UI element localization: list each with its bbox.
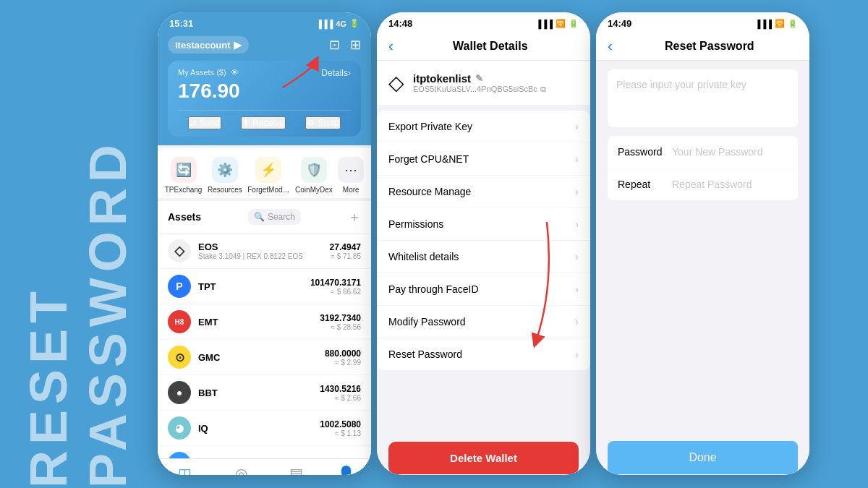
account-row: itestaccount ▶ ⊡ ⊞ [168, 36, 361, 53]
search-bar[interactable]: 🔍 Search [248, 209, 301, 225]
resources-icon: ⚙️ [212, 157, 238, 183]
forget-cpu-net[interactable]: Forget CPU&NET › [377, 143, 590, 176]
asset-row-tpt[interactable]: P TPT 101470.3171 ≈ $ 66.62 [158, 269, 371, 304]
eos-info: EOS Stake 3.1049 | REX 0.8122 EOS [198, 241, 330, 260]
time-2: 14:48 [388, 18, 412, 29]
iq-logo: ◕ [168, 416, 191, 440]
account-pill[interactable]: itestaccount ▶ [168, 36, 249, 53]
assets-section: Assets 🔍 Search ＋ ◇ EOS Stake 3.1049 | R… [158, 201, 371, 458]
asset-row-iq[interactable]: ◕ IQ 1002.5080 ≈ $ 1.13 [158, 411, 371, 446]
wallet-info: ◇ itptokenlist ✎ EOS5tKuUaSLV...4PnQBG5s… [377, 61, 590, 105]
phone2-content: ‹ Wallet Details ◇ itptokenlist ✎ EOS5tK… [377, 32, 590, 475]
asset-row-emt[interactable]: H8 EMT 3192.7340 ≈ $ 28.56 [158, 304, 371, 340]
bottom-nav: ◫ Assets ◎ Discover ▤ News 👤 Me [158, 458, 371, 475]
quick-item-tpexchang[interactable]: 🔄 TPExchang [165, 157, 203, 194]
eye-icon[interactable]: 👁 [231, 68, 239, 77]
bg-title: RESET PASSWORD [19, 0, 137, 488]
phone3-content: ‹ Reset Password Please input your priva… [596, 32, 809, 475]
emt-amounts: 3192.7340 ≈ $ 28.56 [320, 313, 361, 331]
receive-icon: ⬇ [242, 118, 250, 128]
asset-row-bbt[interactable]: ● BBT 1430.5216 ≈ $ 2.66 [158, 375, 371, 411]
back-button-2[interactable]: ‹ [388, 38, 393, 54]
repeat-row: Repeat Repeat Password [608, 168, 798, 200]
receive-button[interactable]: ⬇ Receive [241, 116, 285, 129]
delete-wallet-button[interactable]: Delete Wallet [388, 442, 579, 474]
emt-info: EMT [198, 317, 320, 328]
assets-nav-icon: ◫ [178, 465, 192, 475]
battery-icon-2: 🔋 [569, 19, 579, 28]
wifi-3-icon: 🛜 [775, 19, 785, 28]
back-button-3[interactable]: ‹ [608, 38, 613, 54]
eos-amounts: 27.4947 ≈ $ 71.85 [330, 242, 361, 260]
quick-menu: 🔄 TPExchang ⚙️ Resources ⚡ ForgetMod… 🛡️… [158, 148, 371, 198]
quick-item-more[interactable]: ⋯ More [338, 157, 364, 194]
quick-item-coinmydex[interactable]: 🛡️ CoinMyDex [295, 157, 333, 194]
export-private-key[interactable]: Export Private Key › [377, 111, 590, 143]
swap-icon: ♻ [307, 118, 315, 128]
chevron-icon-resource: › [575, 186, 579, 197]
gmc-amounts: 880.0000 ≈ $ 2.99 [325, 348, 361, 367]
signal-bars-3-icon: ▐▐▐ [755, 20, 772, 28]
battery-icon: 🔋 [349, 19, 359, 28]
wallet-menu: Export Private Key › Forget CPU&NET › Re… [377, 111, 590, 370]
asset-row-gmc[interactable]: ⊙ GMC 880.0000 ≈ $ 2.99 [158, 340, 371, 375]
asset-row-eos[interactable]: ◇ EOS Stake 3.1049 | REX 0.8122 EOS 27.4… [158, 234, 371, 269]
nav-assets[interactable]: ◫ Assets [174, 465, 195, 475]
chevron-right-icon: › [348, 68, 351, 78]
reset-password[interactable]: Reset Password › [377, 338, 590, 370]
permissions[interactable]: Permissions › [377, 208, 590, 241]
wallet-details: itptokenlist ✎ EOS5tKuUaSLV...4PnQBG5siS… [413, 72, 546, 94]
resource-manage[interactable]: Resource Manage › [377, 176, 590, 208]
status-bar-1: 15:31 ▐▐▐ 4G 🔋 [158, 12, 371, 32]
password-input[interactable]: Your New Password [672, 146, 788, 158]
nav-bar-3: ‹ Reset Password [596, 32, 809, 61]
wifi-text: 4G [336, 20, 346, 28]
nav-discover[interactable]: ◎ Discover [227, 465, 255, 475]
phone1-header: itestaccount ▶ ⊡ ⊞ My Assets ($) 👁 176.9… [158, 32, 371, 145]
send-button[interactable]: ⇄ Send [188, 116, 221, 129]
send-icon: ⇄ [190, 118, 197, 128]
swap-button[interactable]: ♻ Swap [305, 116, 341, 129]
quick-item-resources[interactable]: ⚙️ Resources [208, 157, 242, 194]
chevron-icon-whitelist: › [575, 251, 579, 262]
wallet-name-row: itptokenlist ✎ [413, 72, 546, 85]
iq-info: IQ [198, 423, 320, 434]
assets-title: Assets [168, 211, 201, 223]
bbt-amounts: 1430.5216 ≈ $ 2.66 [320, 384, 361, 402]
repeat-input[interactable]: Repeat Password [672, 179, 788, 190]
asset-row-ndx[interactable]: N NDX 3184.8984 [158, 446, 371, 458]
time-3: 14:49 [608, 18, 631, 29]
news-nav-icon: ▤ [289, 465, 303, 475]
qr-icon[interactable]: ⊞ [350, 37, 361, 53]
password-row: Password Your New Password [608, 136, 798, 168]
wallet-address: EOS5tKuUaSLV...4PnQBG5siScBc ⧉ [413, 85, 546, 94]
chevron-icon-export: › [575, 121, 579, 132]
time-1: 15:31 [169, 18, 193, 29]
bbt-logo: ● [168, 381, 191, 404]
edit-icon[interactable]: ✎ [475, 73, 483, 84]
chevron-icon-modify: › [575, 316, 579, 328]
modify-password[interactable]: Modify Password › [377, 306, 590, 338]
wallet-logo-icon: ◇ [388, 71, 404, 95]
quick-item-forgetmod[interactable]: ⚡ ForgetMod… [247, 157, 289, 194]
phone-3: 14:49 ▐▐▐ 🛜 🔋 ‹ Reset Password Please in… [596, 12, 809, 475]
private-key-input-area[interactable]: Please input your private key [608, 69, 798, 127]
whitelist-details[interactable]: Whitelist details › [377, 241, 590, 273]
bbt-info: BBT [198, 388, 320, 398]
forgetmod-icon: ⚡ [255, 157, 281, 183]
pay-through-faceid[interactable]: Pay through FaceID › [377, 273, 590, 306]
status-icons-3: ▐▐▐ 🛜 🔋 [755, 19, 798, 28]
nav-news[interactable]: ▤ News [287, 465, 305, 475]
scan-icon[interactable]: ⊡ [329, 37, 340, 53]
gmc-logo: ⊙ [168, 346, 191, 369]
status-icons-2: ▐▐▐ 🛜 🔋 [536, 19, 579, 28]
wallet-details-title: Wallet Details [402, 40, 579, 53]
copy-icon[interactable]: ⧉ [540, 85, 546, 94]
account-name: itestaccount [175, 40, 231, 51]
nav-me[interactable]: 👤 Me [337, 465, 355, 475]
done-button[interactable]: Done [608, 441, 798, 474]
action-row: ⇄ Send ⬇ Receive ♻ Swap [178, 110, 351, 129]
search-icon: 🔍 [254, 212, 265, 222]
me-nav-icon: 👤 [337, 465, 355, 475]
add-asset-icon[interactable]: ＋ [348, 208, 361, 226]
